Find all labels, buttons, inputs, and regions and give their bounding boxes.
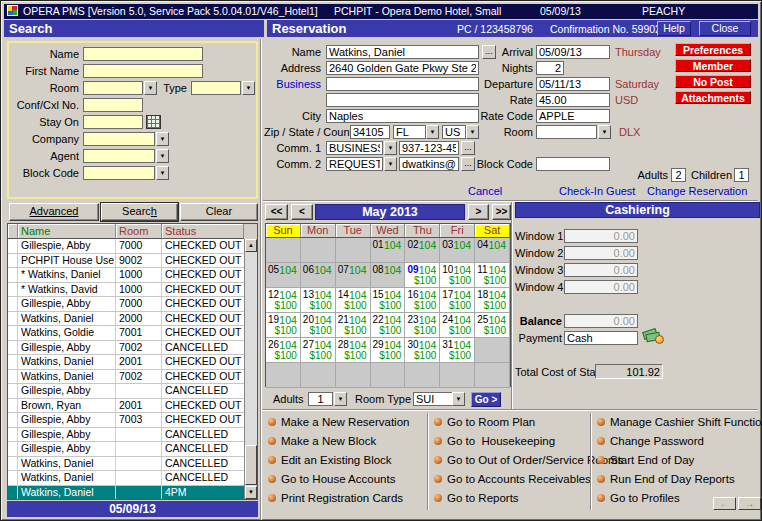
calendar-day-cell[interactable]: 30104$100 [405,338,440,363]
table-row[interactable]: Watkins, Daniel7002CHECKED OUT [8,370,244,385]
agent-dropdown-icon[interactable]: ▼ [156,149,169,163]
table-cell[interactable] [8,355,18,369]
calendar-day-cell[interactable]: 05104 [266,263,301,288]
menu-link[interactable]: Run End of Day Reports [592,472,760,491]
table-row[interactable]: * Watkins, David1000CHECKED OUT [8,283,244,298]
calendar-day-cell[interactable]: 13104$100 [301,288,336,313]
calendar-day-cell[interactable]: 03104 [440,238,475,263]
table-cell[interactable]: Watkins, Daniel [18,355,116,369]
calendar-day-cell[interactable]: 01104 [371,238,406,263]
table-cell[interactable]: CHECKED OUT [162,355,244,369]
table-cell[interactable]: 9002 [116,254,162,268]
table-cell[interactable]: * Watkins, Daniel [18,268,116,282]
table-row[interactable]: * Watkins, Daniel1000CHECKED OUT [8,268,244,283]
table-cell[interactable] [8,486,18,500]
rate-input[interactable] [536,93,610,107]
table-cell[interactable]: 4PM [162,486,244,500]
calendar-day-cell[interactable]: 25104$100 [475,313,510,338]
company-dropdown-icon[interactable]: ▼ [156,132,169,146]
room-input[interactable] [536,125,597,139]
table-cell[interactable] [8,239,18,253]
calendar-day-cell[interactable]: 15104$100 [371,288,406,313]
comm2-type-input[interactable] [326,157,383,171]
cal-room-type-dropdown-icon[interactable]: ▼ [452,392,465,406]
search-block-code-input[interactable] [83,166,155,180]
calendar-day-cell[interactable]: 14104$100 [336,288,371,313]
results-scrollbar[interactable]: ▲ ▼ [244,239,257,499]
column-header-status[interactable]: Status [162,224,244,239]
address2-input[interactable] [326,77,479,91]
calendar-day-cell[interactable]: 16104$100 [405,288,440,313]
money-icon[interactable] [643,329,665,344]
preferences-button[interactable]: Preferences [675,43,751,56]
address-input[interactable] [326,61,479,75]
table-cell[interactable]: Gillespie, Abby [18,413,116,427]
scroll-thumb[interactable] [245,445,257,485]
calendar-day-cell[interactable]: 21104$100 [336,313,371,338]
table-row[interactable]: Watkins, DanielCANCELLED [8,457,244,472]
search-conf-input[interactable] [83,98,143,112]
table-cell[interactable] [8,312,18,326]
table-row[interactable]: Gillespie, Abby7003CHECKED OUT [8,413,244,428]
table-cell[interactable]: CANCELLED [162,471,244,485]
table-cell[interactable] [8,341,18,355]
table-cell[interactable]: Gillespie, Abby [18,341,116,355]
res-name-input[interactable] [326,45,479,59]
table-cell[interactable]: CANCELLED [162,428,244,442]
comm1-value-input[interactable] [399,141,459,155]
calendar-day-cell[interactable]: 27104$100 [301,338,336,363]
rate-code-input[interactable] [536,109,610,123]
table-cell[interactable] [8,471,18,485]
table-cell[interactable] [8,283,18,297]
menu-link[interactable]: Edit an Existing Block [263,453,427,472]
room-dropdown-icon[interactable]: ▼ [144,81,157,95]
next-year-button[interactable]: >> [492,204,511,220]
table-cell[interactable]: 2001 [116,355,162,369]
table-cell[interactable]: 2000 [116,312,162,326]
table-cell[interactable]: PCHPIT House Use [18,254,116,268]
calendar-day-cell[interactable]: 26104$100 [266,338,301,363]
table-row[interactable]: PCHPIT House Use9002CHECKED OUT [8,254,244,269]
room-select-dropdown-icon[interactable]: ▼ [598,125,611,139]
children-input[interactable] [734,168,749,182]
table-cell[interactable]: 2001 [116,399,162,413]
scroll-down-icon[interactable]: ▼ [245,486,257,499]
page-back-icon[interactable]: ← [713,497,736,510]
search-button[interactable]: Search [101,203,178,221]
close-button[interactable]: Close [699,21,751,36]
res-block-code-input[interactable] [536,157,610,171]
table-cell[interactable]: Gillespie, Abby [18,384,116,398]
prev-month-button[interactable]: < [291,204,313,220]
table-cell[interactable] [8,326,18,340]
table-cell[interactable] [8,384,18,398]
table-cell[interactable]: 7002 [116,341,162,355]
arrival-input[interactable] [536,45,610,59]
advanced-button[interactable]: Advanced [9,203,99,221]
prev-year-button[interactable]: << [265,204,288,220]
window-amount-field[interactable] [564,280,638,294]
calendar-day-cell[interactable]: 10104$100 [440,263,475,288]
table-cell[interactable]: Brown, Ryan [18,399,116,413]
table-row[interactable]: Watkins, Daniel4PM [8,486,244,500]
table-cell[interactable]: 7002 [116,370,162,384]
calendar-day-cell[interactable]: 08104 [371,263,406,288]
table-cell[interactable]: CHECKED OUT [162,370,244,384]
change-reservation-link[interactable]: Change Reservation [647,185,747,197]
table-row[interactable]: Brown, Ryan2001CHECKED OUT [8,399,244,414]
table-cell[interactable]: Gillespie, Abby [18,297,116,311]
table-cell[interactable]: 7003 [116,413,162,427]
menu-link[interactable]: Make a New Block [263,434,427,453]
member-button[interactable]: Member [675,59,751,72]
menu-link[interactable]: Print Registration Cards [263,491,427,510]
table-row[interactable]: Gillespie, AbbyCANCELLED [8,384,244,399]
calendar-day-cell[interactable]: 17104$100 [440,288,475,313]
payment-input[interactable] [564,331,638,345]
menu-link[interactable]: Go to Room Plan [429,415,590,434]
business-label[interactable]: Business [265,77,321,91]
help-button[interactable]: Help [657,21,691,36]
table-cell[interactable] [116,384,162,398]
table-cell[interactable]: CANCELLED [162,384,244,398]
table-row[interactable]: Watkins, Daniel2000CHECKED OUT [8,312,244,327]
menu-link[interactable]: Make a New Reservation [263,415,427,434]
table-row[interactable]: Gillespie, Abby7002CANCELLED [8,341,244,356]
